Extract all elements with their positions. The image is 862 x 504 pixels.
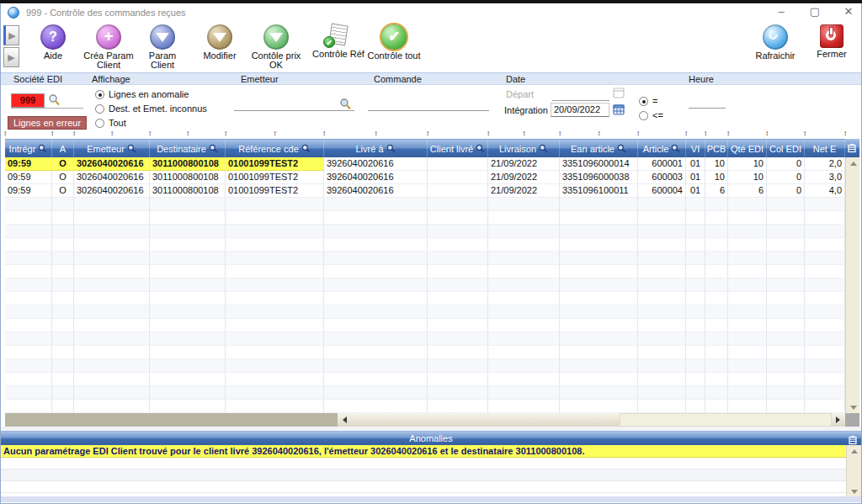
column-header-livraison[interactable]: Livraison (488, 140, 560, 158)
column-chooser-icon[interactable] (845, 139, 859, 157)
column-header-intr-gr[interactable]: Intrégr (5, 140, 52, 158)
grid-cell[interactable]: 3026040020616 (74, 171, 150, 184)
column-header-col-edi[interactable]: Col EDI (767, 140, 805, 158)
column-marker-icon[interactable]: ↕ (274, 130, 277, 137)
grid-cell[interactable]: 600004 (638, 184, 686, 198)
grid-horizontal-scrollbar[interactable] (5, 413, 845, 427)
grid-row[interactable]: 09:59O3026040020616301100080010801001099… (5, 157, 845, 171)
integration-date-input[interactable]: 20/09/2022 (551, 103, 609, 117)
lignes-en-erreur-button[interactable]: Lignes en erreur (8, 116, 87, 130)
controle-ref-button[interactable]: ✔ Contrôle Réf (307, 24, 370, 59)
column-marker-icon[interactable]: ↕ (426, 130, 429, 137)
column-marker-icon[interactable]: ↕ (186, 130, 189, 137)
grid-cell[interactable]: 3,0 (805, 171, 845, 184)
grid-cell[interactable]: 01 (686, 171, 705, 184)
scroll-down-icon[interactable] (846, 401, 860, 413)
column-marker-icon[interactable]: ↕ (726, 130, 730, 137)
grid-cell[interactable]: 3011000800108 (150, 157, 226, 171)
grid-cell[interactable]: 0 (767, 171, 805, 184)
grid-cell[interactable]: O (52, 157, 74, 171)
scroll-up-icon[interactable] (846, 157, 860, 169)
grid-cell[interactable]: 10 (705, 171, 728, 184)
modifier-button[interactable]: Modifier (196, 24, 243, 61)
column-header-pcb[interactable]: PCB (705, 140, 728, 158)
column-search-icon[interactable] (209, 144, 218, 155)
column-marker-icon[interactable]: ↕ (148, 130, 152, 137)
grid-cell[interactable]: 01 (686, 184, 705, 198)
calendar-icon[interactable] (613, 103, 625, 115)
aide-button[interactable]: ? Aide (35, 24, 72, 61)
scroll-down-icon[interactable] (847, 485, 862, 497)
grid-row[interactable]: 09:59O3026040020616301100080010801001099… (5, 184, 845, 198)
scroll-right-icon[interactable] (831, 413, 845, 427)
grid-cell[interactable]: 6 (728, 184, 767, 198)
scroll-left-icon[interactable] (338, 413, 352, 427)
column-marker-icon[interactable]: ↕ (765, 130, 769, 137)
controle-tout-button[interactable]: ✔ Contrôle tout (363, 24, 425, 61)
column-marker-icon[interactable]: ↕ (72, 130, 76, 137)
grid-cell[interactable]: 3026040020616 (74, 184, 150, 198)
crea-param-client-button[interactable]: + Créa Param Client (78, 24, 139, 70)
column-marker-icon[interactable]: ↕ (110, 130, 114, 137)
grid-cell[interactable]: 01001099TEST2 (226, 184, 324, 198)
column-marker-icon[interactable]: ↕ (51, 130, 54, 137)
column-marker-icon[interactable]: ↕ (684, 130, 688, 137)
grid-cell[interactable]: 3026040020616 (74, 157, 150, 171)
param-client-button[interactable]: Param Client (141, 24, 184, 70)
radio-operator-equal[interactable] (639, 97, 648, 106)
column-header-livr-[interactable]: Livré à (324, 140, 428, 158)
column-marker-icon[interactable]: ↕ (322, 130, 326, 137)
column-search-icon[interactable] (301, 144, 311, 155)
column-header-client-livr-[interactable]: Client livré (428, 140, 488, 158)
column-search-icon[interactable] (127, 144, 136, 155)
scrollbar-thumb[interactable] (620, 413, 832, 427)
grid-cell[interactable]: 10 (728, 171, 767, 184)
grid-cell[interactable]: O (52, 171, 74, 184)
column-header-r-f-rence-cde[interactable]: Référence cde (226, 140, 324, 158)
column-marker-icon[interactable]: ↕ (224, 130, 227, 137)
grid-row[interactable]: 09:59O3026040020616301100080010801001099… (5, 171, 845, 184)
grid-cell[interactable]: 10 (705, 157, 728, 171)
grid-cell[interactable]: 10 (728, 157, 767, 171)
societe-edi-field[interactable]: 999 (11, 93, 45, 108)
fermer-button[interactable]: Fermer (811, 24, 853, 59)
column-header-emetteur[interactable]: Emetteur (74, 140, 150, 158)
grid-cell[interactable]: 3926040020616 (324, 184, 428, 198)
column-header-qt-edi[interactable]: Qté EDI (728, 140, 767, 158)
grid-cell[interactable]: 0 (767, 184, 805, 198)
column-marker-icon[interactable]: ↕ (803, 130, 806, 137)
maximize-icon[interactable]: ▢ (801, 3, 829, 22)
search-icon[interactable] (48, 93, 61, 106)
grid-cell[interactable]: 3926040020616 (324, 171, 428, 184)
column-marker-icon[interactable]: ↕ (487, 130, 490, 137)
column-header-a[interactable]: A (52, 140, 74, 158)
emetteur-input[interactable] (234, 97, 354, 111)
column-header-vi[interactable]: VI (686, 140, 705, 158)
column-search-icon[interactable] (386, 144, 396, 155)
controle-prix-ok-button[interactable]: Contôle prix OK (247, 24, 306, 70)
grid-cell[interactable]: 3011000800108 (150, 171, 226, 184)
column-marker-icon[interactable]: ↕ (375, 130, 378, 137)
grid-cell[interactable]: 09:59 (5, 184, 52, 198)
grid-cell[interactable]: O (52, 184, 74, 198)
grid-cell[interactable]: 3351096000014 (560, 157, 638, 171)
grid-cell[interactable]: 21/09/2022 (488, 171, 560, 184)
radio-tout[interactable] (95, 119, 104, 128)
grid-cell[interactable] (428, 184, 488, 198)
anomaly-message[interactable]: Aucun paramétrage EDI Client trouvé pour… (1, 445, 846, 458)
grid-cell[interactable]: 09:59 (5, 157, 52, 171)
search-icon[interactable] (339, 98, 352, 110)
column-header-destinataire[interactable]: Destinataire (150, 140, 226, 158)
nav-forward-button[interactable]: ▶ (3, 25, 19, 45)
column-header-article[interactable]: Article (638, 140, 686, 158)
grid-cell[interactable]: 3011000800108 (150, 184, 226, 198)
grid-cell[interactable]: 3926040020616 (324, 157, 428, 171)
grid-cell[interactable]: 600001 (638, 157, 686, 171)
grid-cell[interactable]: 01001099TEST2 (226, 171, 324, 184)
depart-date-input[interactable] (552, 88, 609, 101)
grid-cell[interactable] (428, 157, 488, 171)
grid-cell[interactable]: 4,0 (805, 184, 845, 198)
commande-input[interactable] (368, 97, 489, 111)
grid-cell[interactable]: 01001099TEST2 (226, 157, 324, 171)
column-search-icon[interactable] (476, 144, 485, 155)
